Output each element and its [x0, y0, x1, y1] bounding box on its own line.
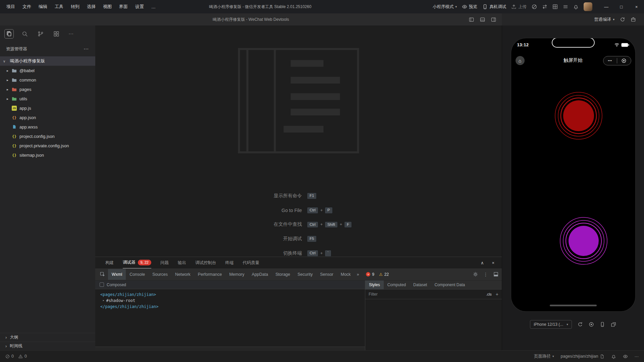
tab-dataset[interactable]: Dataset: [410, 280, 431, 289]
kebab-menu-icon[interactable]: ⋮: [483, 272, 488, 277]
close-panel-button[interactable]: ×: [492, 260, 494, 265]
devtab-sensor[interactable]: Sensor: [316, 269, 337, 280]
mode-select-button[interactable]: 小程序模式 ▾: [433, 4, 457, 10]
disabled-sync-button[interactable]: [532, 4, 537, 9]
tab-debugger[interactable]: 调试器 9, 22: [123, 257, 151, 268]
eye-icon[interactable]: [623, 354, 628, 359]
devtab-storage[interactable]: Storage: [272, 269, 294, 280]
devtab-security[interactable]: Security: [294, 269, 316, 280]
tree-item-file[interactable]: app.wxss: [0, 122, 95, 132]
tab-terminal[interactable]: 终端: [225, 257, 233, 268]
tab-output[interactable]: 输出: [178, 257, 186, 268]
toggle-class-button[interactable]: .cls: [486, 292, 492, 296]
menu-file[interactable]: 文件: [19, 2, 35, 11]
record-button[interactable]: [589, 322, 594, 327]
styles-filter-input[interactable]: [369, 292, 483, 297]
menu-list-button[interactable]: [563, 4, 568, 9]
search-view-button[interactable]: [20, 30, 29, 38]
toggle-right-pane-icon[interactable]: [491, 17, 496, 22]
gear-icon[interactable]: [473, 272, 478, 277]
tab-code-quality[interactable]: 代码质量: [243, 257, 259, 268]
timeline-section[interactable]: › 时间线: [0, 342, 95, 350]
devtab-performance[interactable]: Performance: [194, 269, 226, 280]
toggle-left-pane-icon[interactable]: [469, 17, 474, 22]
statusbar-more-button[interactable]: ⋯: [635, 354, 639, 359]
purple-target-circle[interactable]: [555, 212, 612, 269]
console-warning-counter[interactable]: ⚠ 22: [379, 272, 389, 277]
rotate-device-button[interactable]: [578, 322, 583, 327]
maximize-button[interactable]: □: [614, 0, 629, 13]
device-frame-button[interactable]: [600, 322, 605, 327]
upload-button[interactable]: 上传: [511, 4, 527, 10]
problems-warnings[interactable]: 0: [18, 354, 27, 359]
compare-button[interactable]: [542, 4, 547, 9]
extensions-view-button[interactable]: [52, 30, 61, 38]
devtab-network[interactable]: Network: [171, 269, 194, 280]
clear-cache-button[interactable]: [631, 17, 636, 22]
devtab-sources[interactable]: Sources: [149, 269, 171, 280]
notifications-button[interactable]: [573, 4, 579, 9]
dock-side-icon[interactable]: [493, 272, 498, 277]
menu-tools[interactable]: 工具: [51, 2, 67, 11]
menu-goto[interactable]: 转到: [67, 2, 83, 11]
activity-more-button[interactable]: ⋯: [68, 31, 74, 37]
devtab-mock[interactable]: Mock: [337, 269, 355, 280]
tab-debug-console[interactable]: 调试控制台: [195, 257, 216, 268]
devtab-wxml[interactable]: Wxml: [108, 269, 126, 280]
float-window-button[interactable]: [611, 322, 616, 327]
page-path-select[interactable]: 页面路径 ▾: [534, 354, 554, 359]
grid-view-button[interactable]: [552, 4, 558, 9]
tab-component-data[interactable]: Component Data: [431, 280, 469, 289]
explorer-view-button[interactable]: [5, 30, 13, 38]
devtab-memory[interactable]: Memory: [225, 269, 248, 280]
toggle-bottom-pane-icon[interactable]: [480, 17, 485, 22]
menu-view[interactable]: 视图: [99, 2, 115, 11]
preview-button[interactable]: 预览: [462, 4, 477, 10]
tree-item-folder[interactable]: ▸ pages: [0, 85, 95, 94]
tree-item-folder[interactable]: ▸ @babel: [0, 66, 95, 75]
console-error-counter[interactable]: × 9: [366, 272, 374, 277]
devtab-console[interactable]: Console: [126, 269, 149, 280]
wxml-open-tag[interactable]: <pages/zhijian/zhijian>: [100, 292, 365, 298]
compile-mode-select[interactable]: 普通编译 ▾: [594, 17, 614, 22]
tree-item-folder[interactable]: ▸ utils: [0, 94, 95, 103]
collapse-panel-button[interactable]: ∧: [481, 260, 484, 265]
horizontal-scrollbar[interactable]: [95, 347, 365, 350]
bell-icon[interactable]: [611, 354, 616, 359]
tree-item-file[interactable]: {} project.config.json: [0, 132, 95, 141]
close-button[interactable]: ×: [629, 0, 644, 13]
outline-section[interactable]: › 大纲: [0, 333, 95, 342]
red-target-circle[interactable]: [550, 87, 607, 144]
menu-select[interactable]: 选择: [83, 2, 99, 11]
tree-item-file[interactable]: JS app.js: [0, 103, 95, 113]
tree-item-file[interactable]: {} project.private.config.json: [0, 141, 95, 150]
capsule-more-button[interactable]: •••: [603, 59, 617, 62]
device-selector[interactable]: iPhone 12/13 (... ▾: [530, 320, 572, 329]
problems-errors[interactable]: 0: [5, 354, 14, 359]
menu-more[interactable]: …: [148, 3, 159, 11]
explorer-more-button[interactable]: ⋯: [84, 46, 89, 52]
tree-item-file[interactable]: {} sitemap.json: [0, 150, 95, 160]
capsule-close-button[interactable]: [617, 58, 631, 63]
menu-project[interactable]: 项目: [3, 2, 19, 11]
tree-item-file[interactable]: {} app.json: [0, 113, 95, 122]
tab-problems[interactable]: 问题: [160, 257, 169, 268]
user-avatar[interactable]: [584, 2, 592, 11]
devtab-appdata[interactable]: AppData: [248, 269, 272, 280]
remote-debug-button[interactable]: 真机调试: [482, 4, 506, 10]
menu-edit[interactable]: 编辑: [35, 2, 51, 11]
menu-settings[interactable]: 设置: [131, 2, 148, 11]
new-style-rule-button[interactable]: +: [494, 292, 498, 297]
refresh-button[interactable]: [620, 17, 625, 22]
tree-item-folder[interactable]: ▸ common: [0, 75, 95, 85]
wx ml-close-tag[interactable]: </pages/zhijian/zhijian>: [100, 304, 365, 310]
minimize-button[interactable]: —: [599, 0, 614, 13]
tree-root-project[interactable]: ∨ 喝酒小程序修复版: [0, 56, 95, 66]
inspect-element-button[interactable]: [97, 272, 108, 277]
source-control-view-button[interactable]: [36, 30, 45, 38]
wxml-shadow-root[interactable]: ▸ #shadow-root: [100, 298, 365, 304]
tab-styles[interactable]: Styles: [365, 280, 384, 289]
composed-checkbox[interactable]: [100, 282, 104, 287]
more-tabs-button[interactable]: »: [355, 272, 362, 277]
document-icon[interactable]: [600, 354, 604, 359]
